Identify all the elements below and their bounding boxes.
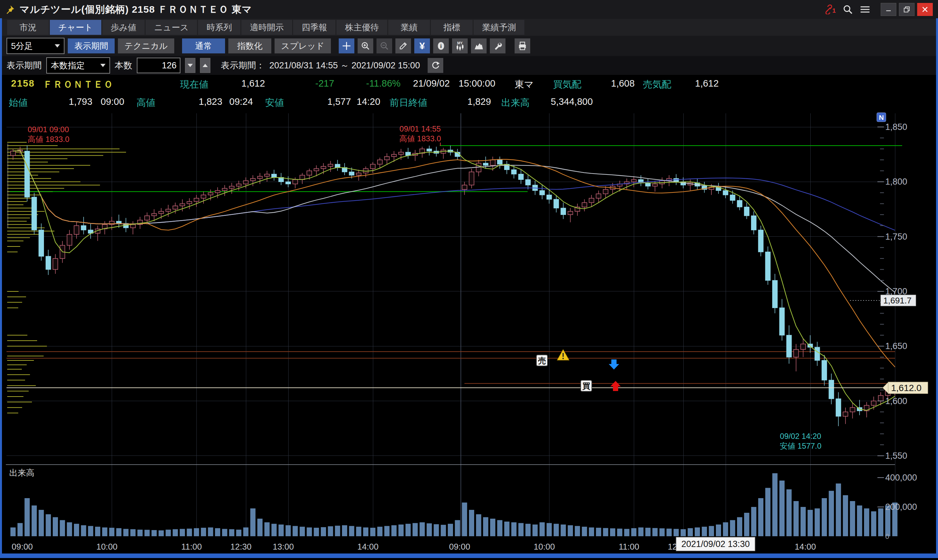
stock-code: 2158 — [11, 78, 35, 89]
reset-range-button[interactable] — [428, 58, 443, 73]
tab-disclosure[interactable]: 適時開示 — [241, 20, 292, 35]
yen-axis-button[interactable]: ¥ — [414, 38, 430, 53]
normal-button[interactable]: 通常 — [182, 38, 225, 53]
link-group-icon[interactable]: 1 — [824, 5, 836, 14]
display-period-button[interactable]: 表示期間 — [68, 38, 115, 53]
svg-text:高値 1833.0: 高値 1833.0 — [28, 135, 69, 143]
tab-tick[interactable]: 歩み値 — [102, 20, 145, 35]
svg-text:11:00: 11:00 — [182, 542, 202, 552]
ask-label: 売気配 — [643, 78, 671, 91]
market-segment: 東マ — [514, 78, 534, 91]
prev-close: 1,829 — [467, 96, 491, 107]
svg-text:1,650: 1,650 — [885, 341, 907, 351]
svg-text:i: i — [441, 43, 442, 49]
price-change: -217 — [315, 78, 334, 89]
crosshair-tooltip: 2021/09/02 13:30 — [676, 537, 755, 551]
open-label: 始値 — [9, 96, 28, 109]
quote-row-2: 始値 1,793 09:00 高値 1,823 09:24 安値 1,577 1… — [2, 93, 936, 111]
settings-wrench-button[interactable] — [490, 38, 505, 53]
tab-forecast[interactable]: 業績予測 — [474, 20, 524, 35]
low-price: 1,577 — [327, 96, 351, 107]
volume-value: 5,344,800 — [551, 96, 593, 107]
high-label: 高値 — [137, 96, 156, 109]
area-chart-button[interactable] — [471, 38, 487, 53]
zoom-out-button[interactable] — [376, 38, 392, 53]
svg-text:1,691.7: 1,691.7 — [883, 295, 912, 305]
quote-date: 21/09/02 — [413, 78, 450, 89]
count-decrement-button[interactable] — [185, 58, 196, 73]
quote-row-1: 2158 ＦＲＯＮＴＥＯ 現在値 1,612 -217 -11.86% 21/0… — [2, 75, 936, 93]
quote-time: 15:00:00 — [459, 78, 495, 89]
svg-text:10:00: 10:00 — [534, 542, 555, 552]
ask-price: 1,612 — [695, 78, 719, 89]
tab-shikiho[interactable]: 四季報 — [293, 20, 336, 35]
prev-close-label: 前日終値 — [390, 96, 427, 109]
info-button[interactable]: i — [433, 38, 449, 53]
svg-text:MY: MY — [457, 41, 463, 45]
svg-text:2021/09/02 13:30: 2021/09/02 13:30 — [681, 539, 750, 549]
svg-text:1,612.0: 1,612.0 — [891, 383, 921, 393]
menu-icon[interactable] — [860, 5, 870, 14]
spread-button[interactable]: スプレッド — [274, 38, 331, 53]
svg-text:09:00: 09:00 — [12, 542, 33, 552]
crosshair-button[interactable] — [339, 38, 354, 53]
open-time: 09:00 — [101, 96, 125, 107]
range-label: 表示期間： — [221, 60, 265, 71]
link-group-number: 1 — [832, 7, 836, 14]
count-input[interactable]: 126 — [137, 58, 180, 73]
svg-text:200,000: 200,000 — [885, 502, 917, 512]
low-time: 14:20 — [357, 96, 380, 107]
svg-text:13:00: 13:00 — [273, 542, 294, 552]
window-left-border — [0, 18, 2, 558]
svg-text:高値 1833.0: 高値 1833.0 — [399, 134, 441, 143]
timeframe-select[interactable]: 5分足 — [6, 38, 65, 54]
tab-news[interactable]: ニュース — [146, 20, 197, 35]
svg-text:14:00: 14:00 — [357, 542, 379, 552]
tab-benefit[interactable]: 株主優待 — [336, 20, 387, 35]
svg-text:14:00: 14:00 — [795, 542, 816, 552]
minimize-button[interactable] — [881, 3, 896, 16]
svg-text:09/02 14:20: 09/02 14:20 — [780, 432, 821, 440]
technical-button[interactable]: テクニカル — [118, 38, 174, 53]
svg-text:09:00: 09:00 — [449, 542, 470, 552]
window-title: マルチツール(個別銘柄) 2158 ＦＲＯＮＴＥＯ 東マ — [20, 3, 252, 16]
search-icon[interactable] — [843, 5, 853, 14]
indexed-button[interactable]: 指数化 — [228, 38, 271, 53]
price-change-pct: -11.86% — [366, 78, 400, 89]
svg-text:12:30: 12:30 — [230, 542, 251, 552]
tab-earnings[interactable]: 業績 — [388, 20, 430, 35]
svg-text:1,600: 1,600 — [885, 396, 907, 406]
svg-text:0: 0 — [885, 532, 889, 540]
last-price-label: 現在値 — [180, 78, 208, 91]
svg-text:400,000: 400,000 — [885, 473, 917, 483]
chevron-down-icon — [55, 44, 60, 48]
svg-text:09/01 14:55: 09/01 14:55 — [400, 125, 441, 133]
tab-chart[interactable]: チャート — [50, 20, 101, 35]
svg-text:09/01 09:00: 09/01 09:00 — [28, 125, 69, 134]
my-indicator-button[interactable]: MY — [452, 38, 468, 53]
bid-label: 買気配 — [553, 78, 581, 91]
timeframe-value: 5分足 — [11, 40, 32, 52]
current-price-tag: 1,612.0 — [883, 382, 928, 394]
svg-text:10:00: 10:00 — [96, 542, 117, 552]
count-increment-button[interactable] — [200, 58, 210, 73]
tab-timeseries[interactable]: 時系列 — [198, 20, 240, 35]
count-label: 本数 — [115, 60, 132, 71]
stock-name: ＦＲＯＮＴＥＯ — [43, 78, 114, 91]
candlestick-chart[interactable]: 出来高1,8501,8001,7501,7001,6501,6001,55040… — [0, 112, 938, 560]
svg-text:1,800: 1,800 — [885, 177, 907, 186]
count-mode-select[interactable]: 本数指定 — [46, 57, 110, 74]
count-mode-value: 本数指定 — [51, 60, 85, 71]
tab-indicators[interactable]: 指標 — [431, 20, 473, 35]
print-button[interactable] — [514, 38, 530, 53]
restore-button[interactable] — [899, 3, 915, 16]
svg-text:1,550: 1,550 — [885, 451, 907, 461]
zoom-in-button[interactable] — [357, 38, 373, 53]
close-button[interactable] — [917, 3, 933, 16]
svg-text:売: 売 — [538, 356, 546, 365]
high-time: 09:24 — [229, 96, 253, 107]
open-price: 1,793 — [69, 96, 92, 107]
draw-pencil-button[interactable] — [395, 38, 411, 53]
news-badge[interactable]: N — [877, 113, 886, 122]
tab-market[interactable]: 市況 — [7, 20, 49, 35]
